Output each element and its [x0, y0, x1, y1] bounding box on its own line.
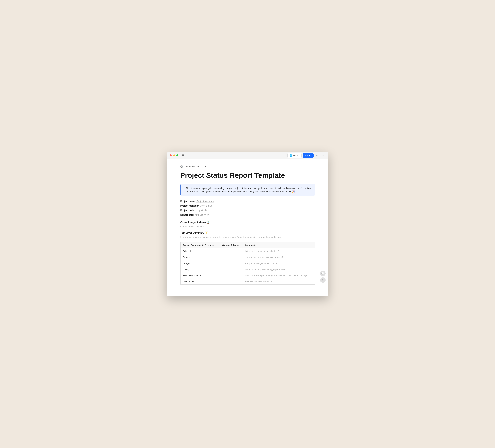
sidebar-toggle-button[interactable]: ☰›	[181, 153, 186, 158]
eye-icon: 👁	[197, 165, 199, 168]
public-button[interactable]: 🌐 Public	[287, 153, 301, 158]
cell-owners-2[interactable]	[220, 260, 243, 266]
cell-owners-5[interactable]	[220, 278, 243, 284]
views-count: 4	[200, 165, 202, 168]
float-comment-button[interactable]: 💬	[320, 271, 326, 276]
project-code-label: Project code:	[180, 209, 196, 212]
float-help-button[interactable]: ?	[320, 277, 326, 283]
back-icon: ‹	[188, 154, 189, 157]
share-label: Share	[305, 154, 311, 157]
table-row: RoadblocksPotential risks & roadblocks	[180, 278, 315, 284]
doc-toolbar: 💬 Comments 👁 4 ↺	[180, 163, 315, 171]
float-help-icon: ?	[322, 279, 323, 281]
top-level-summary-heading: Top Level Summary 📝	[180, 231, 315, 234]
table-row: ScheduleIs the project running on schedu…	[180, 248, 315, 254]
cell-component-4[interactable]: Team Performance	[180, 272, 220, 278]
star-button[interactable]: ☆	[315, 153, 319, 158]
project-manager-label: Project manager:	[180, 204, 200, 207]
project-fields: Project name: Project awesome Project ma…	[180, 199, 315, 217]
forward-button[interactable]: ›	[191, 153, 193, 158]
overall-status-heading: Overall project status ⏳	[180, 221, 315, 224]
app-window: ☰› ‹ › 🌐 Public Share ☆ •••	[167, 152, 328, 296]
nav-buttons: ☰› ‹ ›	[181, 153, 193, 158]
col-header-comments: Comments	[243, 242, 315, 248]
callout-text: This document is your guide to creating …	[186, 187, 312, 193]
project-manager-value[interactable]: John Smith	[200, 204, 212, 207]
table-header-row: Project Components Overview Owners & Tea…	[180, 242, 315, 248]
star-icon: ☆	[316, 154, 318, 157]
table-row: ResourcesAre you low or have excess reso…	[180, 254, 315, 260]
forward-icon: ›	[192, 154, 192, 157]
table-row: QualityIs the project's quality being je…	[180, 266, 315, 272]
project-manager-field: Project manager: John Smith	[180, 204, 315, 208]
traffic-lights	[170, 154, 178, 157]
cell-comment-4[interactable]: How is the team performing? Is someone i…	[243, 272, 315, 278]
cell-component-2[interactable]: Budget	[180, 260, 220, 266]
cell-owners-0[interactable]	[220, 248, 243, 254]
more-icon: •••	[322, 154, 325, 157]
cell-comment-3[interactable]: Is the project's quality being jeopardiz…	[243, 266, 315, 272]
cell-comment-1[interactable]: Are you low or have excess resources?	[243, 254, 315, 260]
cell-component-5[interactable]: Roadblocks	[180, 278, 220, 284]
sidebar-icon: ☰›	[182, 154, 185, 157]
more-button[interactable]: •••	[321, 153, 326, 158]
comment-icon: 💬	[180, 165, 183, 168]
project-name-value[interactable]: Project awesome	[196, 200, 215, 203]
project-components-table: Project Components Overview Owners & Tea…	[180, 242, 315, 285]
info-icon: ℹ	[184, 187, 184, 189]
views-indicator: 👁 4	[197, 165, 202, 168]
cell-owners-1[interactable]	[220, 254, 243, 260]
back-button[interactable]: ‹	[187, 153, 190, 158]
page-title: Project Status Report Template	[180, 171, 315, 180]
project-name-label: Project name:	[180, 200, 196, 203]
minimize-button[interactable]	[173, 154, 175, 157]
table-row: Team PerformanceHow is the team performi…	[180, 272, 315, 278]
comments-button[interactable]: 💬 Comments	[180, 165, 195, 168]
close-button[interactable]	[170, 154, 172, 157]
maximize-button[interactable]	[176, 154, 178, 157]
comments-label: Comments	[184, 165, 195, 168]
report-date-field: Report date: MM/DD/YYYY	[180, 213, 315, 217]
report-date-label: Report date:	[180, 213, 195, 216]
col-header-components: Project Components Overview	[180, 242, 220, 248]
project-code-value[interactable]: If applicable	[196, 209, 208, 212]
titlebar-actions: 🌐 Public Share ☆ •••	[287, 153, 325, 158]
cell-owners-4[interactable]	[220, 272, 243, 278]
page-content: 💬 Comments 👁 4 ↺ Project Status Report T…	[167, 159, 328, 291]
overall-status-value[interactable]: On-track / At-risk / Off-track	[180, 225, 315, 228]
top-level-summary-placeholder[interactable]: In a few sentences, give an overview of …	[180, 235, 315, 239]
float-comment-icon: 💬	[321, 272, 324, 275]
cell-comment-0[interactable]: Is the project running on schedule?	[243, 248, 315, 254]
cell-comment-5[interactable]: Potential risks & roadblocks	[243, 278, 315, 284]
globe-icon: 🌐	[289, 154, 292, 157]
cell-component-1[interactable]: Resources	[180, 254, 220, 260]
public-label: Public	[293, 154, 299, 157]
col-header-owners: Owners & Team	[220, 242, 243, 248]
share-button[interactable]: Share	[303, 153, 314, 158]
refresh-icon: ↺	[205, 165, 206, 168]
info-callout: ℹ This document is your guide to creatin…	[180, 184, 315, 196]
project-name-field: Project name: Project awesome	[180, 199, 315, 203]
project-code-field: Project code: If applicable	[180, 209, 315, 212]
cell-comment-2[interactable]: Are you on budget, under, or over?	[243, 260, 315, 266]
cell-owners-3[interactable]	[220, 266, 243, 272]
cell-component-3[interactable]: Quality	[180, 266, 220, 272]
cell-component-0[interactable]: Schedule	[180, 248, 220, 254]
table-row: BudgetAre you on budget, under, or over?	[180, 260, 315, 266]
refresh-button[interactable]: ↺	[205, 165, 206, 168]
report-date-value[interactable]: MM/DD/YYYY	[195, 213, 210, 216]
titlebar: ☰› ‹ › 🌐 Public Share ☆ •••	[167, 152, 328, 159]
floating-sidebar: 💬 ?	[320, 271, 326, 283]
